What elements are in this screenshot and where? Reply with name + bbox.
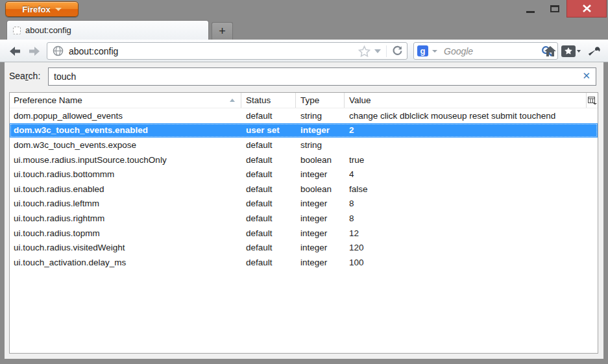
pref-type-cell: integer [296,199,345,208]
pref-value-cell: 8 [345,213,598,223]
pref-name-cell: ui.touch_activation.delay_ms [10,258,241,267]
pref-type-cell: string [296,140,345,150]
pref-status-cell: default [241,155,296,165]
pref-status-cell: default [241,184,296,194]
pref-status-cell: user set [241,125,296,135]
wrench-icon [587,45,600,58]
pref-status-cell: default [241,228,296,238]
search-placeholder[interactable]: Google [444,46,541,56]
pref-type-cell: integer [296,258,345,267]
pref-value-cell: 8 [345,199,598,208]
pref-type-cell: boolean [296,184,345,194]
url-bar[interactable]: about:config [47,42,407,60]
pref-value-cell: 100 [345,258,598,267]
bookmark-star-icon[interactable] [358,45,371,57]
developer-wrench-button[interactable] [585,43,602,59]
pref-name-cell: dom.w3c_touch_events.expose [10,140,241,150]
navigation-toolbar: about:config g Google [0,40,608,62]
column-header-preference-name[interactable]: Preference Name [10,93,241,108]
preferences-table: Preference Name Status Type Value dom.po… [9,92,598,354]
url-text[interactable]: about:config [69,46,358,56]
globe-icon [53,45,64,56]
pref-status-cell: default [241,258,296,267]
about-config-page: Search: ✕ Preference Name Status Type Va… [5,62,603,359]
pref-value-cell: 4 [345,169,598,179]
tab-bar: about:config + [0,18,608,40]
pref-type-cell: string [296,111,345,121]
firefox-menu-button[interactable]: Firefox [5,1,79,17]
pref-status-cell: default [241,140,296,150]
column-picker-button[interactable] [586,93,598,108]
pref-type-cell: integer [296,169,345,179]
table-row[interactable]: ui.touch.radius.visitedWeight default in… [10,240,598,255]
pref-type-cell: integer [296,213,345,223]
config-search-row: Search: ✕ [5,62,603,92]
back-button[interactable] [6,43,23,59]
pref-type-cell: integer [296,243,345,252]
close-icon [582,5,592,13]
web-search-box[interactable]: g Google [413,42,558,60]
pref-name-cell: ui.touch.radius.enabled [10,184,241,194]
pref-value-cell: 2 [345,125,598,135]
pref-value-cell: false [345,184,598,194]
column-header-type[interactable]: Type [296,93,345,108]
forward-button[interactable] [26,43,43,59]
pref-status-cell: default [241,199,296,208]
back-arrow-icon [8,45,21,57]
pref-value-cell: change click dblclick mouseup reset subm… [345,111,598,121]
home-icon [544,45,557,57]
config-search-label: Search: [9,71,40,81]
pref-name-cell: ui.touch.radius.bottommm [10,169,241,179]
chevron-down-icon[interactable] [432,50,437,53]
bookmarks-star-panel-icon [561,45,581,58]
table-row[interactable]: ui.touch.radius.leftmm default integer 8 [10,197,598,212]
table-row[interactable]: ui.touch_activation.delay_ms default int… [10,255,598,270]
reload-icon[interactable] [392,45,403,56]
pref-type-cell: boolean [296,155,345,165]
table-row[interactable]: ui.mouse.radius.inputSource.touchOnly de… [10,152,598,167]
close-button[interactable] [566,0,607,18]
minimize-button[interactable] [518,0,542,18]
tab-label: about:config [25,25,71,35]
bookmarks-menu-button[interactable] [560,43,582,59]
home-button[interactable] [542,43,559,59]
table-row[interactable]: dom.w3c_touch_events.enabled user set in… [10,123,598,138]
table-row[interactable]: ui.touch.radius.enabled default boolean … [10,182,598,197]
maximize-button[interactable] [542,0,566,18]
clear-search-icon[interactable]: ✕ [582,71,590,80]
window-controls [518,0,607,18]
favicon-placeholder-icon [13,27,21,34]
new-tab-button[interactable]: + [212,22,233,40]
table-row[interactable]: dom.w3c_touch_events.expose default stri… [10,138,598,152]
column-header-value[interactable]: Value [345,93,586,108]
pref-value-cell: true [345,155,598,165]
pref-type-cell: integer [296,228,345,238]
table-row[interactable]: dom.popup_allowed_events default string … [10,108,598,123]
table-row[interactable]: ui.touch.radius.rightmm default integer … [10,211,598,226]
pref-name-cell: ui.touch.radius.leftmm [10,199,241,208]
minimize-icon [526,11,535,13]
pref-value-cell: 12 [345,228,598,238]
pref-status-cell: default [241,213,296,223]
tab-about-config[interactable]: about:config [6,20,209,40]
chevron-down-icon [55,8,62,11]
titlebar: Firefox [0,0,608,18]
table-row[interactable]: ui.touch.radius.bottommm default integer… [10,167,598,182]
chevron-down-icon[interactable] [374,49,381,53]
pref-name-cell: dom.popup_allowed_events [10,111,241,121]
forward-arrow-icon [28,45,41,57]
pref-status-cell: default [241,243,296,252]
pref-name-cell: ui.touch.radius.rightmm [10,213,241,223]
table-row[interactable]: ui.touch.radius.topmm default integer 12 [10,226,598,241]
divider [386,45,387,57]
pref-name-cell: ui.touch.radius.topmm [10,228,241,238]
google-engine-icon[interactable]: g [417,45,428,56]
maximize-icon [550,5,559,12]
firefox-menu-label: Firefox [22,5,50,14]
column-picker-icon [588,97,597,104]
pref-type-cell: integer [296,125,345,135]
pref-name-cell: ui.touch.radius.visitedWeight [10,243,241,252]
config-search-input[interactable] [48,67,596,86]
column-header-status[interactable]: Status [241,93,296,108]
table-header: Preference Name Status Type Value [10,93,598,108]
